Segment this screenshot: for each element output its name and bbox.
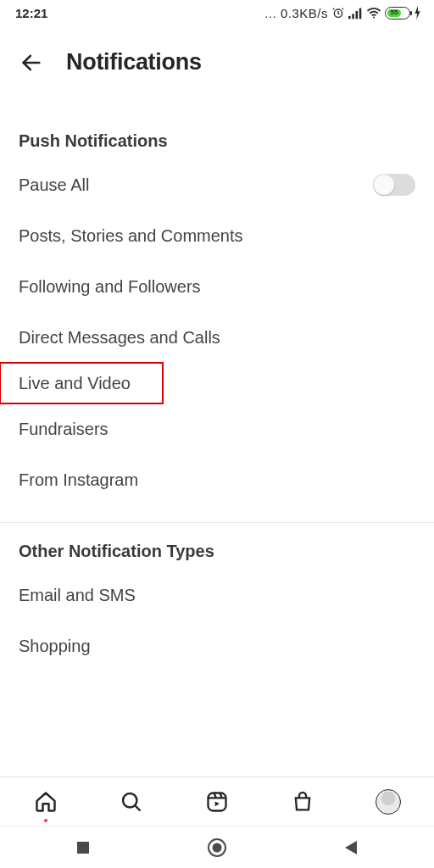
home-notification-dot-icon <box>44 819 47 822</box>
signal-icon <box>348 7 363 19</box>
battery-icon: 55 <box>385 7 410 19</box>
toggle-pause-all[interactable] <box>373 174 415 196</box>
row-following-followers[interactable]: Following and Followers <box>19 261 415 312</box>
alarm-icon <box>331 6 345 19</box>
section-title-push: Push Notifications <box>19 131 415 151</box>
section-title-other: Other Notification Types <box>19 542 415 561</box>
svg-rect-1 <box>348 15 351 18</box>
net-speed: 0.3KB/s <box>281 6 328 20</box>
row-label: Fundraisers <box>19 420 108 439</box>
nav-home[interactable] <box>22 778 70 826</box>
app-bottom-nav <box>0 776 434 826</box>
sys-home-icon <box>207 837 227 858</box>
sys-home-button[interactable] <box>166 826 268 869</box>
row-pause-all[interactable]: Pause All <box>19 159 415 210</box>
svg-point-5 <box>373 17 375 19</box>
svg-point-12 <box>213 843 222 852</box>
arrow-left-icon <box>19 51 43 75</box>
row-label: Live and Video <box>19 374 131 393</box>
charging-icon <box>414 6 422 19</box>
sys-recents-button[interactable] <box>32 826 134 869</box>
row-direct-messages-calls[interactable]: Direct Messages and Calls <box>19 312 415 363</box>
svg-rect-10 <box>77 842 89 854</box>
status-time: 12:21 <box>15 6 47 20</box>
row-label: Following and Followers <box>19 277 201 297</box>
svg-point-7 <box>123 793 136 807</box>
row-shopping[interactable]: Shopping <box>19 620 415 671</box>
system-nav-bar <box>0 826 434 868</box>
svg-rect-2 <box>352 14 354 19</box>
svg-rect-9 <box>208 793 225 810</box>
nav-shop[interactable] <box>279 778 326 826</box>
sys-back-icon <box>343 839 359 856</box>
row-label: Email and SMS <box>19 586 136 605</box>
row-label: From Instagram <box>19 470 138 490</box>
sys-back-button[interactable] <box>300 826 402 869</box>
nav-search[interactable] <box>108 778 155 826</box>
reels-icon <box>205 790 229 814</box>
svg-rect-4 <box>359 8 362 19</box>
recents-icon <box>75 840 91 855</box>
row-label: Pause All <box>19 175 89 195</box>
row-label: Posts, Stories and Comments <box>19 226 243 246</box>
status-right: … 0.3KB/s 55 <box>264 6 422 20</box>
section-push-notifications: Push Notifications Pause All Posts, Stor… <box>0 94 434 505</box>
section-other-types: Other Notification Types Email and SMS S… <box>0 523 434 671</box>
row-label: Direct Messages and Calls <box>19 328 220 348</box>
shopping-bag-icon <box>291 790 314 814</box>
row-fundraisers[interactable]: Fundraisers <box>19 403 415 454</box>
more-indicator-icon: … <box>264 6 277 20</box>
search-icon <box>120 790 143 814</box>
nav-reels[interactable] <box>193 778 241 826</box>
row-label: Shopping <box>19 637 91 656</box>
wifi-icon <box>366 7 381 19</box>
avatar-icon <box>376 789 401 815</box>
row-from-instagram[interactable]: From Instagram <box>19 454 415 505</box>
app-header: Notifications <box>0 25 434 94</box>
status-bar: 12:21 … 0.3KB/s 55 <box>0 0 434 25</box>
row-email-sms[interactable]: Email and SMS <box>19 570 415 620</box>
row-posts-stories-comments[interactable]: Posts, Stories and Comments <box>19 210 415 261</box>
back-button[interactable] <box>19 50 44 75</box>
svg-rect-3 <box>356 10 359 18</box>
nav-profile[interactable] <box>364 778 412 826</box>
svg-line-8 <box>136 805 141 810</box>
page-title: Notifications <box>66 49 202 75</box>
home-icon <box>34 790 58 814</box>
row-live-video[interactable]: Live and Video <box>0 363 163 403</box>
